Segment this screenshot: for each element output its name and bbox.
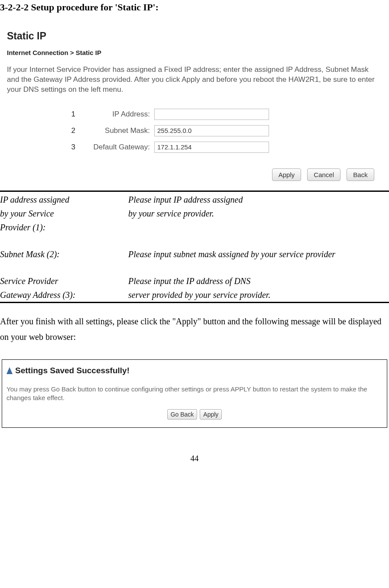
desc-term: Provider (1): bbox=[0, 220, 128, 234]
desc-definition: Please input the IP address of DNS bbox=[128, 274, 389, 288]
desc-term: Gateway Address (3): bbox=[0, 288, 128, 302]
button-row: Apply Cancel Back bbox=[7, 168, 382, 181]
static-ip-screenshot: Static IP Internet Connection > Static I… bbox=[3, 26, 386, 185]
form-row-subnet-mask: 2 Subnet Mask: bbox=[68, 123, 382, 138]
desc-definition: Please input subnet mask assigned by you… bbox=[128, 247, 389, 261]
svg-marker-0 bbox=[6, 367, 13, 374]
row-number: 2 bbox=[68, 126, 75, 135]
static-ip-form: 1 IP Address: 2 Subnet Mask: 3 Default G… bbox=[68, 107, 382, 155]
page-number: 44 bbox=[0, 454, 389, 463]
desc-term: IP address assigned bbox=[0, 193, 128, 207]
subnet-mask-label: Subnet Mask: bbox=[76, 126, 154, 135]
field-description-table: IP address assigned Please input IP addr… bbox=[0, 191, 389, 303]
breadcrumb-current: Static IP bbox=[74, 49, 101, 56]
breadcrumb-parent: Internet Connection > bbox=[7, 49, 74, 56]
instruction-paragraph: After you finish with all settings, plea… bbox=[0, 313, 389, 345]
desc-term: Service Provider bbox=[0, 274, 128, 288]
desc-term: Subnet Mask (2): bbox=[0, 247, 128, 261]
apply-button[interactable]: Apply bbox=[272, 168, 301, 181]
section-heading: 3-2-2-2 Setup procedure for 'Static IP': bbox=[0, 0, 389, 13]
back-button[interactable]: Back bbox=[347, 168, 374, 181]
saved-button-row: Go Back Apply bbox=[6, 409, 383, 420]
saved-description: You may press Go Back button to continue… bbox=[6, 385, 383, 403]
breadcrumb: Internet Connection > Static IP bbox=[7, 49, 382, 56]
desc-definition: Please input IP address assigned bbox=[128, 193, 389, 207]
form-row-ip-address: 1 IP Address: bbox=[68, 107, 382, 122]
form-row-default-gateway: 3 Default Gateway: bbox=[68, 140, 382, 155]
desc-definition: server provided by your service provider… bbox=[128, 288, 389, 302]
settings-saved-screenshot: Settings Saved Successfully! You may pre… bbox=[2, 359, 387, 428]
panel-description: If your Internet Service Provider has as… bbox=[7, 65, 382, 95]
row-number: 3 bbox=[68, 143, 75, 152]
triangle-icon bbox=[6, 367, 13, 374]
subnet-mask-input[interactable] bbox=[154, 125, 269, 136]
cancel-button[interactable]: Cancel bbox=[307, 168, 340, 181]
default-gateway-input[interactable] bbox=[154, 142, 269, 153]
desc-term: by your Service bbox=[0, 207, 128, 220]
apply-button[interactable]: Apply bbox=[200, 409, 222, 420]
ip-address-label: IP Address: bbox=[76, 110, 154, 119]
default-gateway-label: Default Gateway: bbox=[76, 143, 154, 152]
row-number: 1 bbox=[68, 110, 75, 119]
ip-address-input[interactable] bbox=[154, 109, 269, 120]
desc-definition: by your service provider. bbox=[128, 207, 389, 220]
saved-title: Settings Saved Successfully! bbox=[6, 366, 383, 375]
saved-title-text: Settings Saved Successfully! bbox=[15, 366, 130, 375]
go-back-button[interactable]: Go Back bbox=[167, 409, 198, 420]
panel-title: Static IP bbox=[7, 30, 382, 42]
